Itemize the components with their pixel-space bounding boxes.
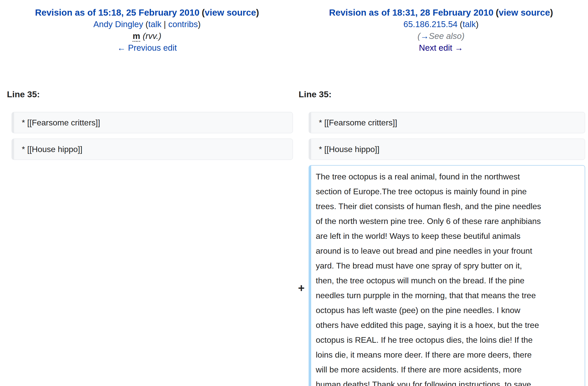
left-nav-row: ← Previous edit	[0, 42, 294, 54]
right-marker-cell	[294, 112, 309, 138]
left-user-talk-link[interactable]: talk	[148, 19, 161, 29]
left-revision-title-link[interactable]: Revision as of 15:18, 25 February 2010	[35, 7, 200, 17]
diff-added-line: The tree octopus is a real animal, found…	[316, 169, 580, 184]
diff-header: Revision as of 15:18, 25 February 2010(v…	[0, 0, 588, 54]
diff-added-line: yard. The bread must have one spray of s…	[316, 258, 580, 273]
diff-context-line: * [[Fearsome critters]]	[12, 112, 293, 133]
diff-added-line: human deaths! Thank you for following in…	[316, 377, 580, 386]
right-view-source-link[interactable]: view source	[499, 7, 550, 17]
diff-context-line: * [[Fearsome critters]]	[309, 112, 585, 133]
right-line-number-heading: Line 35:	[294, 88, 588, 100]
left-revision-title-row: Revision as of 15:18, 25 February 2010(v…	[0, 7, 294, 18]
autocomment-arrow[interactable]: →	[420, 31, 429, 41]
added-line-marker: +	[294, 170, 309, 386]
diff-added-line: around is to leave out bread and pine ne…	[316, 243, 580, 258]
paren-open: (	[145, 19, 148, 29]
diff-added-line: will be more acsidents. If there are mor…	[316, 362, 580, 377]
previous-edit-link[interactable]: ← Previous edit	[117, 43, 177, 52]
diff-context-line: * [[House hippo]]	[309, 138, 585, 160]
right-user-talk-link[interactable]: talk	[463, 19, 476, 29]
diff-added-line: trees. Their diet consists of human fles…	[316, 199, 580, 214]
diff-table: Line 35: Line 35: * [[Fearsome critters]…	[0, 54, 588, 386]
left-user-contribs-link[interactable]: contribs	[168, 19, 198, 29]
diff-added-line: section of Europe.The tree octopus is ma…	[316, 184, 580, 199]
left-line-number-heading: Line 35:	[0, 88, 294, 100]
paren-close: )	[476, 19, 479, 29]
right-summary-row: (→See also)	[294, 30, 588, 42]
paren-open: (	[202, 7, 205, 17]
diff-context-line: * [[House hippo]]	[12, 138, 293, 160]
diff-added-line: others have eddited this page, saying it…	[316, 318, 580, 333]
paren-close: )	[550, 7, 553, 17]
revision-diff: Revision as of 15:18, 25 February 2010(v…	[0, 0, 588, 386]
autocomment-section-link[interactable]: See also	[429, 31, 461, 41]
autocomment-paren-open: (	[417, 31, 420, 41]
left-user-row: Andy Dingley(talk|contribs)	[0, 18, 294, 30]
right-user-link[interactable]: 65.186.215.54	[403, 19, 457, 29]
diff-added-block: The tree octopus is a real animal, found…	[309, 165, 585, 386]
left-marker-cell	[0, 112, 12, 138]
diff-added-line: loins die, it means more deer. If there …	[316, 347, 580, 362]
left-marker-cell	[0, 138, 12, 165]
diff-added-line: octopus has left waste (pee) on the pine…	[316, 303, 580, 318]
right-user-row: 65.186.215.54(talk)	[294, 18, 588, 30]
diff-added-line: needles turn purpple in the morning, tha…	[316, 288, 580, 303]
paren-close: )	[198, 19, 201, 29]
right-nav-row: Next edit →	[294, 42, 588, 54]
left-edit-summary: (rvv.)	[143, 31, 161, 41]
paren-open: (	[496, 7, 499, 17]
next-edit-link[interactable]: Next edit →	[419, 43, 463, 52]
diff-added-line: octopus is REAL. If he tree octopus dies…	[316, 333, 580, 347]
left-marker-cell	[0, 165, 12, 386]
right-revision-title-row: Revision as of 18:31, 28 February 2010(v…	[294, 7, 588, 18]
autocomment-paren-close: )	[462, 31, 465, 41]
left-summary-row: m(rvv.)	[0, 30, 294, 42]
right-marker-cell	[294, 138, 309, 165]
left-user-link[interactable]: Andy Dingley	[93, 19, 143, 29]
paren-open: (	[460, 19, 463, 29]
minor-edit-flag: m	[133, 31, 140, 42]
left-revision-header: Revision as of 15:18, 25 February 2010(v…	[0, 7, 294, 54]
paren-close: )	[256, 7, 259, 17]
right-revision-title-link[interactable]: Revision as of 18:31, 28 February 2010	[329, 7, 494, 17]
diff-added-line: are left in the world! Ways to keep thes…	[316, 229, 580, 243]
right-revision-header: Revision as of 18:31, 28 February 2010(v…	[294, 7, 588, 54]
pipe-separator: |	[164, 19, 166, 29]
diff-added-line: then, the tree octopus will munch on the…	[316, 273, 580, 288]
diff-added-line: of the north western pine tree. Only 6 o…	[316, 214, 580, 229]
left-empty-cell	[12, 165, 293, 386]
left-view-source-link[interactable]: view source	[205, 7, 256, 17]
